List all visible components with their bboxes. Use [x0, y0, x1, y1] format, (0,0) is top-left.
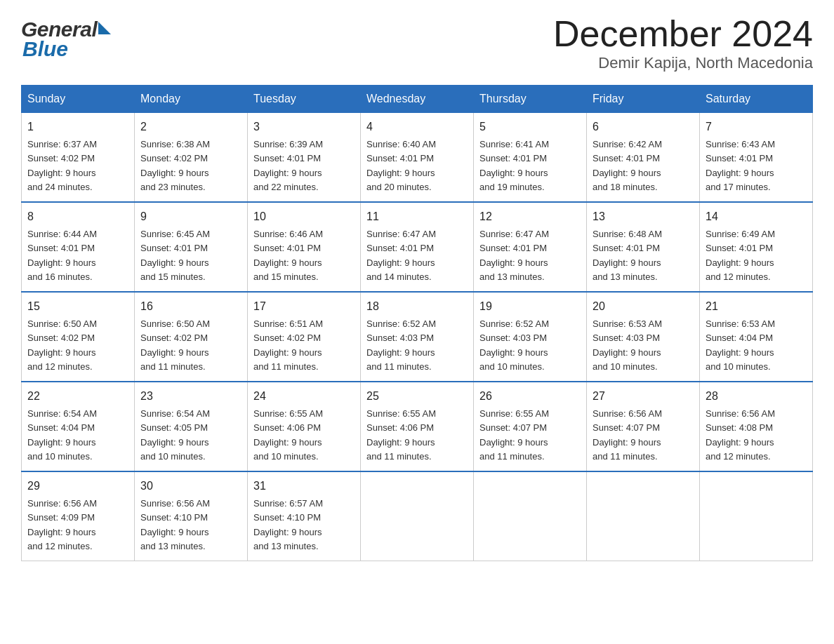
calendar-header-row: Sunday Monday Tuesday Wednesday Thursday…: [22, 86, 813, 113]
day-info: Sunrise: 6:48 AMSunset: 4:01 PMDaylight:…: [593, 229, 662, 282]
day-number: 1: [27, 119, 128, 135]
day-number: 31: [253, 478, 355, 495]
day-info: Sunrise: 6:39 AMSunset: 4:01 PMDaylight:…: [253, 139, 323, 192]
logo-blue-text: Blue: [22, 37, 68, 61]
day-info: Sunrise: 6:55 AMSunset: 4:07 PMDaylight:…: [479, 408, 549, 462]
col-tuesday: Tuesday: [248, 86, 361, 113]
day-number: 26: [479, 388, 581, 405]
calendar-week-row: 15 Sunrise: 6:50 AMSunset: 4:02 PMDaylig…: [22, 292, 813, 382]
day-number: 11: [366, 208, 468, 225]
day-number: 21: [706, 298, 807, 315]
col-sunday: Sunday: [22, 86, 135, 113]
table-row: 12 Sunrise: 6:47 AMSunset: 4:01 PMDaylig…: [474, 202, 587, 292]
col-monday: Monday: [135, 86, 248, 113]
day-info: Sunrise: 6:40 AMSunset: 4:01 PMDaylight:…: [366, 139, 436, 192]
table-row: 17 Sunrise: 6:51 AMSunset: 4:02 PMDaylig…: [248, 292, 361, 382]
table-row: 2 Sunrise: 6:38 AMSunset: 4:02 PMDayligh…: [135, 113, 248, 203]
day-number: 24: [253, 388, 355, 405]
table-row: 31 Sunrise: 6:57 AMSunset: 4:10 PMDaylig…: [248, 471, 361, 561]
col-thursday: Thursday: [474, 86, 587, 113]
calendar-table: Sunday Monday Tuesday Wednesday Thursday…: [21, 85, 813, 561]
table-row: 23 Sunrise: 6:54 AMSunset: 4:05 PMDaylig…: [135, 382, 248, 471]
table-row: 29 Sunrise: 6:56 AMSunset: 4:09 PMDaylig…: [22, 471, 135, 561]
day-info: Sunrise: 6:38 AMSunset: 4:02 PMDaylight:…: [140, 139, 210, 192]
col-friday: Friday: [587, 86, 700, 113]
day-number: 23: [140, 388, 241, 405]
table-row: 25 Sunrise: 6:55 AMSunset: 4:06 PMDaylig…: [361, 382, 474, 471]
day-number: 6: [593, 119, 694, 135]
day-info: Sunrise: 6:55 AMSunset: 4:06 PMDaylight:…: [366, 408, 436, 462]
table-row: 26 Sunrise: 6:55 AMSunset: 4:07 PMDaylig…: [474, 382, 587, 471]
day-number: 20: [593, 298, 694, 315]
day-info: Sunrise: 6:52 AMSunset: 4:03 PMDaylight:…: [479, 318, 549, 372]
day-number: 8: [27, 208, 128, 225]
table-row: 1 Sunrise: 6:37 AMSunset: 4:02 PMDayligh…: [22, 113, 135, 203]
day-info: Sunrise: 6:47 AMSunset: 4:01 PMDaylight:…: [366, 229, 436, 282]
table-row: [474, 471, 587, 561]
day-info: Sunrise: 6:42 AMSunset: 4:01 PMDaylight:…: [593, 139, 662, 192]
table-row: 4 Sunrise: 6:40 AMSunset: 4:01 PMDayligh…: [361, 113, 474, 203]
day-number: 28: [706, 388, 807, 405]
header: General Blue December 2024 Demir Kapija,…: [21, 14, 813, 72]
table-row: 21 Sunrise: 6:53 AMSunset: 4:04 PMDaylig…: [700, 292, 813, 382]
day-number: 29: [27, 478, 128, 495]
table-row: 5 Sunrise: 6:41 AMSunset: 4:01 PMDayligh…: [474, 113, 587, 203]
calendar-week-row: 8 Sunrise: 6:44 AMSunset: 4:01 PMDayligh…: [22, 202, 813, 292]
day-info: Sunrise: 6:57 AMSunset: 4:10 PMDaylight:…: [253, 498, 323, 551]
day-info: Sunrise: 6:53 AMSunset: 4:03 PMDaylight:…: [593, 318, 662, 372]
day-number: 12: [479, 208, 581, 225]
day-info: Sunrise: 6:54 AMSunset: 4:04 PMDaylight:…: [27, 408, 97, 462]
table-row: 11 Sunrise: 6:47 AMSunset: 4:01 PMDaylig…: [361, 202, 474, 292]
day-number: 27: [593, 388, 694, 405]
day-number: 25: [366, 388, 468, 405]
calendar-week-row: 22 Sunrise: 6:54 AMSunset: 4:04 PMDaylig…: [22, 382, 813, 471]
table-row: 19 Sunrise: 6:52 AMSunset: 4:03 PMDaylig…: [474, 292, 587, 382]
table-row: 20 Sunrise: 6:53 AMSunset: 4:03 PMDaylig…: [587, 292, 700, 382]
day-info: Sunrise: 6:43 AMSunset: 4:01 PMDaylight:…: [706, 139, 775, 192]
day-number: 4: [366, 119, 468, 135]
logo: General Blue: [21, 14, 111, 61]
day-number: 9: [140, 208, 241, 225]
table-row: 28 Sunrise: 6:56 AMSunset: 4:08 PMDaylig…: [700, 382, 813, 471]
table-row: [587, 471, 700, 561]
table-row: 8 Sunrise: 6:44 AMSunset: 4:01 PMDayligh…: [22, 202, 135, 292]
col-saturday: Saturday: [700, 86, 813, 113]
table-row: 9 Sunrise: 6:45 AMSunset: 4:01 PMDayligh…: [135, 202, 248, 292]
day-number: 7: [706, 119, 807, 135]
day-number: 5: [479, 119, 581, 135]
day-info: Sunrise: 6:51 AMSunset: 4:02 PMDaylight:…: [253, 318, 323, 372]
day-info: Sunrise: 6:49 AMSunset: 4:01 PMDaylight:…: [706, 229, 775, 282]
table-row: 30 Sunrise: 6:56 AMSunset: 4:10 PMDaylig…: [135, 471, 248, 561]
day-info: Sunrise: 6:54 AMSunset: 4:05 PMDaylight:…: [140, 408, 210, 462]
day-info: Sunrise: 6:53 AMSunset: 4:04 PMDaylight:…: [706, 318, 775, 372]
day-number: 14: [706, 208, 807, 225]
day-number: 19: [479, 298, 581, 315]
table-row: 10 Sunrise: 6:46 AMSunset: 4:01 PMDaylig…: [248, 202, 361, 292]
col-wednesday: Wednesday: [361, 86, 474, 113]
day-info: Sunrise: 6:37 AMSunset: 4:02 PMDaylight:…: [27, 139, 97, 192]
day-number: 17: [253, 298, 355, 315]
table-row: 13 Sunrise: 6:48 AMSunset: 4:01 PMDaylig…: [587, 202, 700, 292]
day-info: Sunrise: 6:56 AMSunset: 4:09 PMDaylight:…: [27, 498, 97, 551]
day-info: Sunrise: 6:55 AMSunset: 4:06 PMDaylight:…: [253, 408, 323, 462]
day-info: Sunrise: 6:45 AMSunset: 4:01 PMDaylight:…: [140, 229, 210, 282]
table-row: 18 Sunrise: 6:52 AMSunset: 4:03 PMDaylig…: [361, 292, 474, 382]
day-number: 16: [140, 298, 241, 315]
day-number: 10: [253, 208, 355, 225]
table-row: 16 Sunrise: 6:50 AMSunset: 4:02 PMDaylig…: [135, 292, 248, 382]
table-row: 27 Sunrise: 6:56 AMSunset: 4:07 PMDaylig…: [587, 382, 700, 471]
location-subtitle: Demir Kapija, North Macedonia: [553, 54, 813, 72]
day-number: 22: [27, 388, 128, 405]
month-year-title: December 2024: [553, 14, 813, 54]
day-info: Sunrise: 6:50 AMSunset: 4:02 PMDaylight:…: [27, 318, 97, 372]
title-area: December 2024 Demir Kapija, North Macedo…: [553, 14, 813, 72]
day-info: Sunrise: 6:41 AMSunset: 4:01 PMDaylight:…: [479, 139, 549, 192]
table-row: 15 Sunrise: 6:50 AMSunset: 4:02 PMDaylig…: [22, 292, 135, 382]
table-row: [700, 471, 813, 561]
day-info: Sunrise: 6:56 AMSunset: 4:08 PMDaylight:…: [706, 408, 775, 462]
table-row: 14 Sunrise: 6:49 AMSunset: 4:01 PMDaylig…: [700, 202, 813, 292]
day-info: Sunrise: 6:50 AMSunset: 4:02 PMDaylight:…: [140, 318, 210, 372]
table-row: [361, 471, 474, 561]
day-info: Sunrise: 6:56 AMSunset: 4:10 PMDaylight:…: [140, 498, 210, 551]
logo-arrow-icon: [98, 22, 111, 34]
